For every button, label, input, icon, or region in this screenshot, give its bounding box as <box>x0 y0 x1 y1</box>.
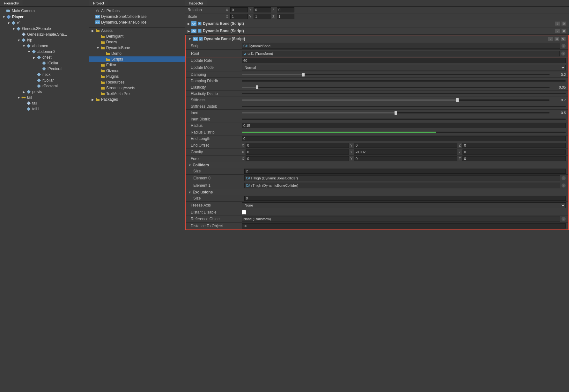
tree-item-rpectoral[interactable]: rPectoral <box>0 83 89 89</box>
tree-item-tail[interactable]: ▼ tail <box>0 95 89 100</box>
tree-item-streamingassets[interactable]: StreamingAssets <box>89 85 185 91</box>
radiusdistrib-slider[interactable] <box>242 132 566 133</box>
tree-item-tail-child[interactable]: tail <box>0 100 89 106</box>
tree-item-player[interactable]: ▼ Player <box>0 14 89 20</box>
force-y-input[interactable] <box>354 156 457 161</box>
enable-toggle[interactable]: ✓ <box>198 22 202 25</box>
endlength-input[interactable] <box>242 136 566 141</box>
slider-thumb[interactable] <box>456 98 459 102</box>
tree-item-packages[interactable]: ▶ Packages <box>89 97 185 102</box>
tree-item-hip[interactable]: ▼ hip <box>0 37 89 43</box>
gravity-z-input[interactable] <box>462 149 566 155</box>
tree-item-genesis2femaleshape[interactable]: Genesis2Female.Sha... <box>0 32 89 37</box>
distantdisable-checkbox[interactable] <box>242 210 246 214</box>
tree-item-dynamicbone[interactable]: ▼ DynamicBone <box>89 45 185 51</box>
scale-x-input[interactable] <box>230 14 248 19</box>
book-icon[interactable]: ? <box>555 29 560 33</box>
exclusions-size-input[interactable] <box>244 196 566 201</box>
referenceobject-field[interactable]: None (Transform) <box>242 216 560 222</box>
book-icon[interactable]: ? <box>548 37 553 41</box>
tree-item-chest[interactable]: ▶ chest <box>0 54 89 60</box>
endoffset-z-input[interactable] <box>462 143 566 148</box>
tree-item-editor[interactable]: Editor <box>89 62 185 68</box>
project-tab[interactable]: Project <box>89 0 108 6</box>
rotation-z-input[interactable] <box>277 7 294 12</box>
endoffset-x-input[interactable] <box>246 143 349 148</box>
stiffness-slider[interactable]: 0.7 <box>242 98 566 102</box>
tree-item-plugins[interactable]: Plugins <box>89 74 185 79</box>
tree-item-c1[interactable]: ▼ c1 <box>0 20 89 26</box>
stiffnessdistrib-slider[interactable] <box>242 106 566 107</box>
slider-thumb[interactable] <box>256 85 258 89</box>
tree-item-lpectoral[interactable]: lPectoral <box>0 66 89 72</box>
element1-field[interactable]: C# rThigh (DynamicBoneCollider) <box>244 183 560 188</box>
colliders-size-input[interactable] <box>244 169 566 174</box>
select-referenceobject-btn[interactable]: ○ <box>561 217 566 221</box>
freezeaxis-select[interactable]: None X Y Z <box>242 202 566 208</box>
slider-thumb[interactable] <box>302 73 305 76</box>
select-root-btn[interactable]: ○ <box>561 51 565 56</box>
inspector-tab[interactable]: Inspector <box>185 0 207 6</box>
force-x-input[interactable] <box>246 156 349 161</box>
tree-item-main-camera[interactable]: Main Camera <box>0 8 89 14</box>
endoffset-y-input[interactable] <box>354 143 457 148</box>
gravity-x-input[interactable] <box>246 149 349 155</box>
slider-thumb[interactable] <box>395 111 397 115</box>
exclusions-header[interactable]: ▼ Exclusions <box>186 189 568 195</box>
elasticitydistrib-slider[interactable] <box>242 93 566 94</box>
tree-item-allprefabs[interactable]: ⊙ All Prefabs <box>89 8 185 14</box>
rotation-y-input[interactable] <box>254 7 271 12</box>
tree-item-scripts[interactable]: Scripts <box>89 56 185 62</box>
select-element1-btn[interactable]: ○ <box>561 183 566 188</box>
tree-item-resources[interactable]: Resources <box>89 79 185 85</box>
settings-icon[interactable]: ⚙ <box>561 21 566 26</box>
tree-item-lcollar[interactable]: lCollar <box>0 60 89 66</box>
dynbone-header-3[interactable]: ▼ C# ✓ Dynamic Bone (Script) ? ⊞ ⚙ <box>186 35 568 42</box>
tree-item-gizmos[interactable]: Gizmos <box>89 68 185 74</box>
tree-item-demigiant[interactable]: Demigiant <box>89 33 185 39</box>
tree-item-tail1[interactable]: tail1 <box>0 106 89 112</box>
enable-toggle[interactable]: ✓ <box>198 29 202 33</box>
radius-input[interactable] <box>242 123 566 128</box>
updaterate-input[interactable] <box>242 58 566 63</box>
damping-slider[interactable]: 0.2 <box>242 73 566 76</box>
tree-item-dynboneplanecollider[interactable]: C# DynamicBonePlaneCollide... <box>89 19 185 25</box>
tree-item-pelvis[interactable]: ▶ pelvis <box>0 89 89 95</box>
distancetoobject-input[interactable] <box>242 223 566 229</box>
dynbone-header-2[interactable]: ▶ C# ✓ Dynamic Bone (Script) ? ⚙ <box>185 27 569 34</box>
tree-label: Genesis2Female.Sha... <box>27 32 67 37</box>
root-field[interactable]: ⊿ tail1 (Transform) <box>242 51 560 56</box>
rotation-x-input[interactable] <box>230 7 248 12</box>
elasticity-slider[interactable]: 0.05 <box>242 85 566 89</box>
settings-icon[interactable]: ⚙ <box>561 37 566 41</box>
tree-item-abdomen[interactable]: ▼ abdomen <box>0 43 89 49</box>
transform-icon[interactable]: ⊞ <box>554 37 559 41</box>
script-field[interactable]: C# DynamicBone <box>242 43 560 49</box>
hierarchy-tab[interactable]: Hierarchy <box>0 0 23 6</box>
tree-item-abdomen2[interactable]: ▼ abdomen2 <box>0 49 89 54</box>
colliders-header[interactable]: ▼ Colliders <box>186 162 568 168</box>
enable-toggle[interactable]: ✓ <box>199 37 203 41</box>
tree-item-demo[interactable]: Demo <box>89 51 185 56</box>
tree-item-textmeshpro[interactable]: TextMesh Pro <box>89 91 185 97</box>
inert-slider[interactable]: 0.5 <box>242 111 566 115</box>
select-script-btn[interactable]: ○ <box>561 44 566 48</box>
dynbone-header-1[interactable]: ▶ C# ✓ Dynamic Bone (Script) ? ⚙ <box>185 20 569 27</box>
select-element0-btn[interactable]: ○ <box>561 176 566 180</box>
element0-field[interactable]: C# lThigh (DynamicBoneCollider) <box>244 175 560 181</box>
tree-item-neck[interactable]: neck <box>0 72 89 77</box>
updatemode-select[interactable]: Normal AnimatePhysics UnscaledTime <box>242 65 566 70</box>
tree-item-doozy[interactable]: Doozy <box>89 39 185 45</box>
inertdistrib-slider[interactable] <box>242 119 566 120</box>
force-z-input[interactable] <box>462 156 566 161</box>
tree-item-dynbonecolliderbase[interactable]: C# DynamicBoneColliderBase <box>89 14 185 19</box>
scale-z-input[interactable] <box>277 14 294 19</box>
tree-item-genesis2female[interactable]: ▼ Genesis2Female <box>0 26 89 32</box>
settings-icon[interactable]: ⚙ <box>561 29 566 33</box>
book-icon[interactable]: ? <box>555 21 560 26</box>
gravity-y-input[interactable] <box>354 149 457 155</box>
dampingdistrib-slider[interactable] <box>242 80 566 82</box>
scale-y-input[interactable] <box>254 14 271 19</box>
tree-item-rcollar[interactable]: rCollar <box>0 77 89 83</box>
tree-item-assets[interactable]: ▶ Assets <box>89 28 185 33</box>
